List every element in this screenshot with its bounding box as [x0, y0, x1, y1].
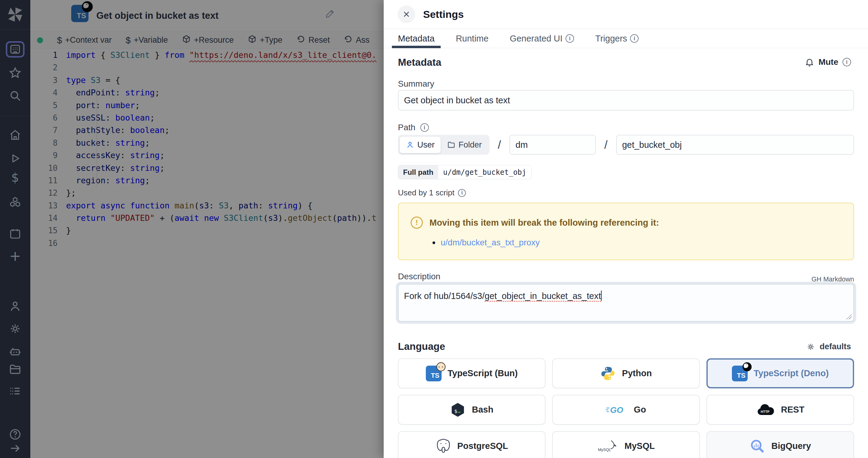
gear-icon [806, 342, 815, 351]
drawer-body: Metadata Mute i Summary Path i User Fold… [398, 48, 854, 458]
path-kind-user[interactable]: User [399, 136, 441, 153]
svg-text:HTTP: HTTP [761, 410, 770, 414]
mute-button[interactable]: Mute i [805, 57, 851, 67]
svg-text:MySQL: MySQL [598, 448, 611, 452]
language-label: TypeScript (Bun) [447, 368, 518, 378]
warning-title: Moving this item will break the followin… [430, 218, 659, 228]
info-icon[interactable]: i [565, 34, 574, 43]
language-option-rest[interactable]: HTTPREST [707, 395, 854, 425]
info-icon[interactable]: i [421, 123, 429, 132]
language-label: REST [781, 405, 804, 415]
summary-label: Summary [398, 79, 434, 89]
resize-grip[interactable] [846, 314, 851, 319]
bigquery-icon [749, 438, 765, 454]
misspelled-text: get_object_in_bucket_as_text [485, 291, 601, 302]
mysql-icon: MySQL [597, 439, 619, 453]
full-path-value: u/dm/get_bucket_obj [438, 165, 531, 179]
language-label: Python [622, 368, 652, 378]
info-icon[interactable]: i [458, 189, 466, 197]
language-label: Bash [472, 405, 493, 415]
drawer-backdrop[interactable] [0, 0, 384, 458]
bash-icon: $ [450, 402, 466, 418]
rest-icon: HTTP [756, 403, 775, 417]
language-option-bigquery[interactable]: BigQuery [707, 431, 854, 458]
language-option-bash[interactable]: $Bash [398, 395, 546, 425]
tab-triggers[interactable]: Triggersi [595, 29, 639, 48]
info-icon[interactable]: i [630, 34, 639, 43]
language-option-python[interactable]: Python [552, 358, 700, 388]
path-owner-input[interactable] [509, 135, 596, 155]
typescript-deno-icon: TS [732, 366, 748, 381]
language-label: PostgreSQL [457, 441, 508, 451]
defaults-button[interactable]: defaults [806, 342, 851, 351]
close-icon[interactable] [398, 5, 415, 23]
postgresql-icon [435, 438, 451, 454]
warning-box: ! Moving this item will break the follow… [398, 203, 854, 260]
typescript-bun-icon: TS [426, 366, 441, 381]
language-option-typescript--bun-[interactable]: TSTypeScript (Bun) [398, 358, 546, 388]
deno-badge-icon [743, 362, 752, 371]
tab-runtime[interactable]: Runtime [456, 29, 489, 48]
bell-icon [805, 57, 814, 67]
folder-icon [447, 140, 456, 149]
language-option-postgresql[interactable]: PostgreSQL [398, 431, 546, 458]
path-separator: / [498, 138, 501, 152]
info-icon[interactable]: i [842, 58, 851, 66]
python-icon [600, 366, 616, 381]
user-icon [406, 140, 414, 149]
path-name-input[interactable] [616, 135, 854, 155]
settings-drawer: Settings MetadataRuntimeGenerated UIiTri… [384, 0, 868, 458]
language-option-mysql[interactable]: MySQLMySQL [552, 431, 700, 458]
text-cursor [601, 291, 602, 301]
tab-generated-ui[interactable]: Generated UIi [510, 29, 574, 48]
referencing-script-link[interactable]: u/dm/bucket_as_txt_proxy [441, 238, 540, 248]
description-label: Description [398, 272, 440, 282]
full-path-label: Full path [398, 165, 438, 179]
metadata-heading: Metadata [398, 57, 441, 68]
summary-input[interactable] [398, 90, 854, 110]
svg-text:$: $ [454, 408, 457, 414]
bullet [433, 241, 435, 244]
drawer-header: Settings [384, 0, 868, 29]
bun-badge-icon [436, 362, 445, 371]
tab-bar: MetadataRuntimeGenerated UIiTriggersi [384, 29, 868, 48]
language-heading: Language [398, 341, 445, 352]
path-label: Path [398, 123, 415, 132]
language-grid: TSTypeScript (Bun)PythonTSTypeScript (De… [398, 358, 854, 458]
language-label: Go [634, 405, 646, 415]
language-label: BigQuery [771, 441, 811, 451]
path-kind-folder[interactable]: Folder [441, 136, 488, 153]
tab-metadata[interactable]: Metadata [398, 29, 435, 48]
gh-markdown-badge: GH Markdown [811, 275, 854, 283]
language-label: MySQL [625, 441, 655, 451]
drawer-title: Settings [423, 8, 464, 20]
svg-text:GO: GO [610, 405, 623, 415]
go-icon: GO [606, 405, 628, 415]
language-option-typescript--deno-[interactable]: TSTypeScript (Deno) [707, 358, 854, 388]
path-kind-segmented: User Folder [398, 135, 490, 155]
warning-icon: ! [411, 217, 423, 229]
path-separator: / [604, 138, 608, 152]
language-label: TypeScript (Deno) [754, 368, 829, 378]
full-path-chip: Full path u/dm/get_bucket_obj [398, 165, 532, 179]
used-by-text: Used by 1 script [398, 188, 454, 197]
language-option-go[interactable]: GOGo [552, 395, 700, 425]
description-textarea[interactable]: Fork of hub/1564/s3/get_object_in_bucket… [398, 284, 854, 322]
